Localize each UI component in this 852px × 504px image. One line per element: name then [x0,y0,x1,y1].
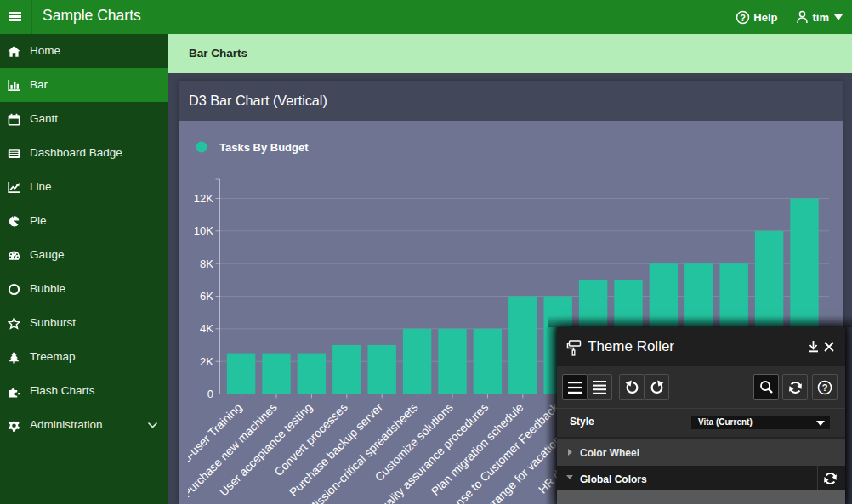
svg-text:?: ? [822,382,828,393]
svg-text:10K: 10K [194,224,213,237]
svg-text:2K: 2K [200,355,213,368]
svg-text:12K: 12K [194,192,213,205]
svg-text:?: ? [740,12,746,22]
svg-text:0: 0 [207,388,213,400]
svg-text:8K: 8K [200,258,213,270]
svg-text:Tasks By Budget: Tasks By Budget [219,141,309,154]
svg-text:4K: 4K [200,322,213,335]
svg-text:6K: 6K [200,290,213,303]
